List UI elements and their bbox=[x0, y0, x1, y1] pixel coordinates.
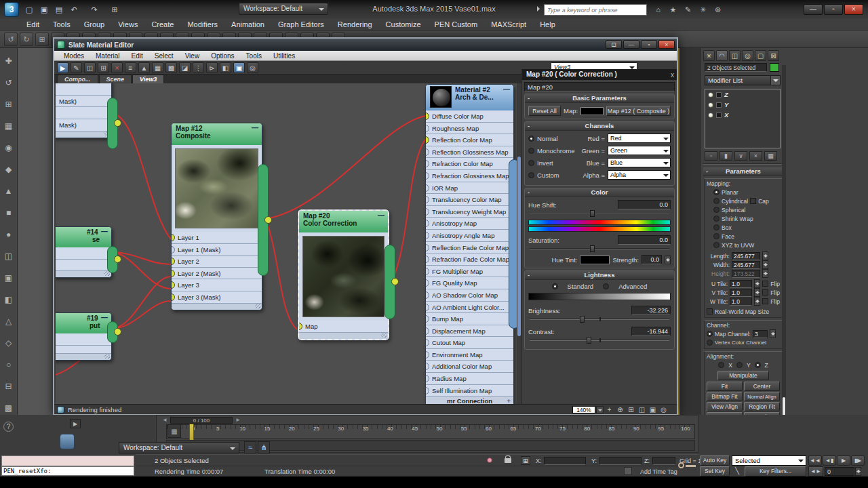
cylindrical-radio[interactable] bbox=[713, 198, 719, 204]
maxscript-mini-listener[interactable]: PEN_resetXfo: bbox=[1, 466, 134, 476]
input-socket[interactable] bbox=[172, 246, 175, 253]
max-logo-icon[interactable]: 3 bbox=[4, 2, 19, 17]
minimize-icon[interactable]: — bbox=[101, 314, 108, 321]
slate-menu-item[interactable]: Utilities bbox=[268, 52, 300, 60]
node-slot-row[interactable]: Mask) bbox=[56, 96, 111, 108]
go-to-end-button[interactable]: ◄► bbox=[808, 466, 823, 476]
slider-thumb[interactable] bbox=[590, 245, 595, 252]
put-to-library-icon[interactable]: ⊞ bbox=[98, 62, 109, 73]
input-socket[interactable] bbox=[426, 244, 429, 251]
node-map19[interactable]: #19 put — bbox=[56, 312, 112, 361]
material-slot-row[interactable]: Reflection Glossiness Map bbox=[426, 146, 513, 159]
node-map12-composite[interactable]: Map #12 Composite — Layer 1 bbox=[171, 123, 262, 310]
input-socket[interactable] bbox=[426, 339, 429, 346]
material-preview-icon[interactable]: ▣ bbox=[233, 62, 245, 73]
menu-item[interactable]: Animation bbox=[225, 20, 271, 29]
material-slot-row[interactable]: IOR Map bbox=[426, 182, 513, 195]
vflip-checkbox[interactable] bbox=[762, 289, 768, 296]
material-slot-row[interactable]: Reflection Color Map bbox=[426, 134, 513, 146]
material-slot-row[interactable]: Environment Map bbox=[426, 349, 513, 361]
rollout-header[interactable]: -Lightness bbox=[525, 271, 674, 280]
modifier-stack-row[interactable]: X bbox=[705, 110, 780, 120]
slate-menu-item[interactable]: Options bbox=[205, 52, 239, 60]
pan-icon[interactable]: + bbox=[604, 405, 614, 414]
motion-tab-icon[interactable]: ◎ bbox=[742, 50, 753, 61]
prev-frame-icon[interactable]: ◄ bbox=[161, 417, 169, 424]
input-socket[interactable] bbox=[172, 293, 175, 301]
node-resize-corner[interactable] bbox=[56, 131, 111, 138]
pin-icon[interactable] bbox=[487, 458, 492, 463]
reset-all-button[interactable]: Reset All bbox=[528, 106, 561, 116]
material-slot-row[interactable]: Self Illumination Map bbox=[426, 385, 513, 397]
layer-slot-row[interactable]: Layer 1 bbox=[172, 232, 262, 244]
node-map14[interactable]: #14 se — bbox=[56, 226, 112, 278]
input-socket[interactable] bbox=[426, 256, 429, 263]
node-header[interactable]: Map #12 Composite — bbox=[172, 123, 262, 145]
utilities-tab-icon[interactable]: ⊠ bbox=[768, 50, 779, 61]
align-z-radio[interactable] bbox=[755, 362, 761, 368]
channel-radio[interactable] bbox=[528, 160, 534, 166]
panel-close-icon[interactable]: x bbox=[671, 70, 674, 80]
menu-item[interactable]: Rendering bbox=[332, 20, 378, 29]
z-coord-field[interactable] bbox=[652, 457, 675, 465]
input-socket[interactable] bbox=[426, 315, 429, 323]
display-tab-icon[interactable]: ▢ bbox=[755, 50, 766, 61]
material-sphere-preview[interactable] bbox=[430, 86, 452, 108]
bulb-icon[interactable] bbox=[708, 102, 713, 108]
channel-dropdown[interactable]: Alpha bbox=[608, 170, 671, 180]
schematic-icon[interactable]: ⋔ bbox=[258, 441, 270, 453]
save-icon[interactable]: ▤ bbox=[53, 5, 65, 15]
left-toolbar-icon[interactable]: ↺ bbox=[3, 77, 15, 89]
saturation-value[interactable]: 0.0 bbox=[618, 235, 671, 245]
node-header[interactable]: #14 se — bbox=[56, 227, 111, 247]
minimize-icon[interactable]: — bbox=[378, 211, 384, 219]
width-spinner[interactable] bbox=[762, 260, 768, 269]
modifier-stack-row[interactable]: Z bbox=[705, 89, 780, 100]
center-button[interactable]: Center bbox=[744, 382, 780, 391]
input-socket[interactable] bbox=[426, 232, 429, 239]
planar-radio[interactable] bbox=[713, 189, 719, 195]
left-toolbar-icon[interactable]: ■ bbox=[3, 207, 15, 219]
material-slot-row[interactable]: Reflection Fade Color Map bbox=[426, 242, 513, 254]
scrollbar-thumb[interactable] bbox=[517, 157, 521, 336]
input-socket[interactable] bbox=[426, 279, 429, 287]
wtile-field[interactable]: 1.0 bbox=[730, 298, 752, 306]
workspace-dropdown-bottom[interactable]: Workspace: Default bbox=[119, 442, 239, 453]
filter-icon[interactable]: ⋮ bbox=[193, 62, 204, 73]
node-slot-row[interactable] bbox=[56, 83, 111, 96]
zoom-level-dropdown[interactable]: 140% bbox=[572, 406, 595, 413]
slate-menu-item[interactable]: Modes bbox=[58, 52, 90, 60]
layer-slot-row[interactable]: Layer 2 bbox=[172, 256, 262, 268]
main-toolbar-icon[interactable]: ↺ bbox=[4, 33, 18, 46]
create-tab-icon[interactable]: ✳ bbox=[703, 50, 715, 61]
node-header[interactable]: #19 put — bbox=[56, 313, 111, 333]
map-name-field[interactable]: Map #20 bbox=[524, 82, 675, 92]
material-slot-row[interactable]: Anisotropy Angle Map bbox=[426, 230, 513, 242]
input-socket[interactable] bbox=[172, 270, 175, 277]
standard-radio[interactable] bbox=[552, 283, 558, 289]
box-radio[interactable] bbox=[713, 224, 719, 230]
node-resize-corner[interactable] bbox=[56, 271, 111, 277]
material-slot-row[interactable]: AO Ambient Light Color... bbox=[426, 302, 513, 314]
stack-tool-icon[interactable]: × bbox=[749, 151, 762, 161]
output-socket[interactable] bbox=[391, 278, 399, 285]
y-coord-field[interactable] bbox=[599, 457, 642, 465]
slider-thumb[interactable] bbox=[580, 316, 585, 323]
left-toolbar-icon[interactable]: ○ bbox=[3, 359, 15, 371]
realworld-checkbox[interactable] bbox=[707, 308, 713, 314]
parameters-rollout-header[interactable]: -Parameters bbox=[703, 167, 783, 176]
menu-item[interactable]: Graph Editors bbox=[272, 20, 330, 29]
add-time-tag-label[interactable]: Add Time Tag bbox=[640, 468, 677, 475]
menu-item[interactable]: Views bbox=[112, 20, 144, 29]
input-socket[interactable] bbox=[172, 234, 175, 241]
cap-checkbox[interactable] bbox=[750, 198, 756, 204]
zoom-icon[interactable]: ⊕ bbox=[615, 405, 625, 414]
utile-field[interactable]: 1.0 bbox=[730, 280, 752, 288]
length-spinner[interactable] bbox=[762, 251, 768, 260]
main-toolbar-icon[interactable]: ⊞ bbox=[35, 33, 49, 46]
macro-recorder-field[interactable] bbox=[1, 455, 134, 466]
pick-material-icon[interactable]: ✎ bbox=[71, 62, 82, 73]
xyztouvw-radio[interactable] bbox=[713, 242, 719, 248]
current-frame-field[interactable]: 0 bbox=[825, 467, 854, 476]
node-header[interactable]: Map #20 Color Correction — bbox=[299, 211, 388, 232]
